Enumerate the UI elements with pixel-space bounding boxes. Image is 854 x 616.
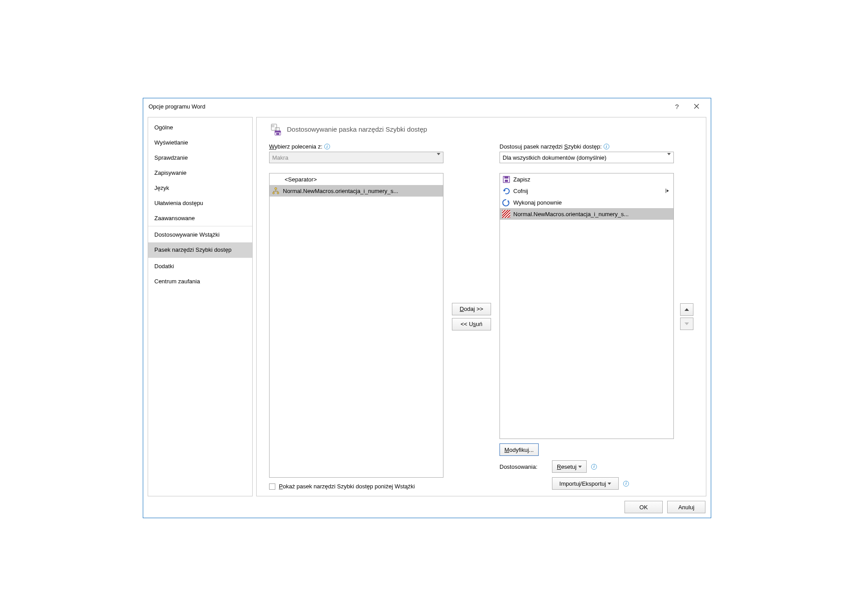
chevron-down-icon — [685, 322, 689, 325]
svg-rect-0 — [271, 124, 277, 130]
sidebar-item-accessibility[interactable]: Ułatwienia dostępu — [148, 196, 252, 211]
reset-button[interactable]: Resetuj — [552, 460, 587, 473]
sidebar-item-trust-center[interactable]: Centrum zaufania — [148, 274, 252, 289]
chevron-down-icon — [437, 155, 440, 162]
panel-heading: Dostosowywanie paska narzędzi Szybki dos… — [269, 123, 697, 135]
sidebar-item-general[interactable]: Ogólne — [148, 120, 252, 135]
remove-button[interactable]: << Usuń — [452, 318, 491, 330]
dialog-title: Opcje programu Word — [148, 103, 667, 110]
sidebar-item-addins[interactable]: Dodatki — [148, 259, 252, 274]
reorder-column — [677, 143, 697, 490]
chevron-up-icon — [685, 308, 689, 311]
svg-point-6 — [273, 192, 274, 194]
choose-commands-label: Wybierz polecenia z: i — [269, 143, 443, 150]
cancel-button[interactable]: Anuluj — [667, 501, 705, 513]
move-down-button[interactable] — [680, 318, 693, 330]
chevron-down-icon — [608, 483, 611, 485]
right-controls: Modyfikuj... Dostosowania: Resetuj i Imp… — [500, 443, 674, 490]
choose-commands-column: Wybierz polecenia z: i Makra <Separator> — [269, 143, 443, 490]
qat-item-save[interactable]: Zapisz — [500, 173, 673, 185]
customize-qat-label: Dostosuj pasek narzędzi Szybki dostęp: i — [500, 143, 674, 150]
redo-icon — [502, 198, 511, 207]
sidebar-item-advanced[interactable]: Zaawansowane — [148, 211, 252, 226]
qat-listbox[interactable]: Zapisz Cofnij — [500, 173, 674, 439]
sidebar: Ogólne Wyświetlanie Sprawdzanie Zapisywa… — [148, 117, 253, 496]
add-button[interactable]: Dodaj >> — [452, 303, 491, 315]
titlebar: Opcje programu Word ? — [143, 98, 711, 114]
sidebar-item-proofing[interactable]: Sprawdzanie — [148, 150, 252, 165]
show-below-ribbon-checkbox[interactable] — [269, 483, 275, 490]
move-up-button[interactable] — [680, 303, 693, 316]
close-icon — [694, 104, 699, 109]
info-icon[interactable]: i — [623, 481, 629, 487]
chevron-down-icon — [667, 155, 671, 162]
save-icon — [502, 175, 511, 184]
customize-qat-value: Dla wszystkich dokumentów (domyślnie) — [503, 154, 606, 161]
info-icon[interactable]: i — [591, 464, 597, 470]
ok-button[interactable]: OK — [624, 501, 663, 513]
show-below-ribbon-label[interactable]: Pokaż pasek narzędzi Szybki dostęp poniż… — [279, 483, 415, 490]
add-remove-column: Dodaj >> << Usuń — [443, 143, 500, 490]
macro-icon — [502, 209, 511, 218]
split-indicator-icon — [665, 188, 672, 194]
qat-icon — [269, 123, 282, 135]
list-item-macro[interactable]: Normal.NewMacros.orientacja_i_numery_s..… — [270, 185, 443, 197]
info-icon[interactable]: i — [324, 144, 330, 149]
customize-qat-combo[interactable]: Dla wszystkich dokumentów (domyślnie) — [500, 152, 674, 163]
dialog-footer: OK Anuluj — [143, 496, 711, 518]
customizations-label: Dostosowania: — [500, 463, 548, 470]
svg-rect-10 — [505, 180, 508, 182]
dialog-body: Ogólne Wyświetlanie Sprawdzanie Zapisywa… — [143, 114, 711, 496]
svg-point-5 — [275, 188, 277, 190]
main-panel: Dostosowywanie paska narzędzi Szybki dos… — [256, 117, 706, 496]
columns: Wybierz polecenia z: i Makra <Separator> — [269, 143, 697, 490]
commands-listbox[interactable]: <Separator> Normal.N — [269, 173, 443, 478]
svg-rect-9 — [504, 176, 508, 178]
svg-point-7 — [277, 192, 279, 194]
word-options-dialog: Opcje programu Word ? Ogólne Wyświetlani… — [143, 98, 711, 518]
chevron-down-icon — [578, 466, 582, 468]
close-button[interactable] — [687, 100, 706, 113]
sidebar-item-quick-access[interactable]: Pasek narzędzi Szybki dostęp — [148, 242, 252, 258]
qat-item-redo[interactable]: Wykonaj ponownie — [500, 197, 673, 208]
sidebar-item-language[interactable]: Język — [148, 181, 252, 196]
choose-commands-value: Makra — [272, 154, 288, 161]
undo-icon — [502, 186, 511, 195]
sidebar-item-display[interactable]: Wyświetlanie — [148, 135, 252, 150]
svg-rect-3 — [275, 131, 281, 133]
customize-qat-column: Dostosuj pasek narzędzi Szybki dostęp: i… — [500, 143, 674, 490]
list-item-separator[interactable]: <Separator> — [270, 173, 443, 185]
import-export-button[interactable]: Importuj/Eksportuj — [552, 477, 619, 490]
qat-item-macro[interactable]: Normal.NewMacros.orientacja_i_numery_s..… — [500, 208, 673, 220]
qat-item-undo[interactable]: Cofnij — [500, 185, 673, 197]
modify-button[interactable]: Modyfikuj... — [500, 443, 539, 456]
choose-commands-combo[interactable]: Makra — [269, 152, 443, 163]
macro-tree-icon — [271, 186, 280, 195]
sidebar-item-save[interactable]: Zapisywanie — [148, 165, 252, 181]
info-icon[interactable]: i — [604, 144, 609, 149]
help-button[interactable]: ? — [667, 100, 687, 113]
sidebar-item-customize-ribbon[interactable]: Dostosowywanie Wstążki — [148, 227, 252, 242]
panel-heading-text: Dostosowywanie paska narzędzi Szybki dos… — [287, 125, 427, 133]
show-below-ribbon-row: Pokaż pasek narzędzi Szybki dostęp poniż… — [269, 483, 443, 490]
svg-rect-4 — [276, 133, 279, 135]
